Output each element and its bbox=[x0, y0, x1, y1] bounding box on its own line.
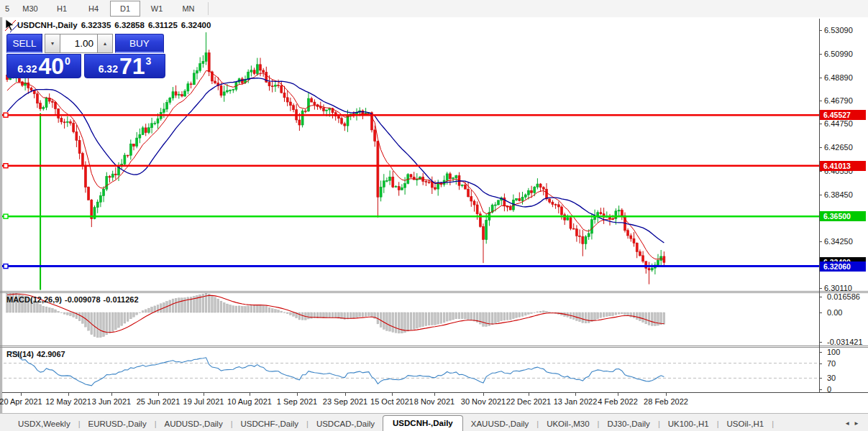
date-label: 12 May 2021 bbox=[45, 397, 91, 406]
date-tick bbox=[434, 393, 435, 396]
axis-tick bbox=[819, 101, 822, 101]
date-tick bbox=[575, 393, 576, 396]
pane-splitter[interactable] bbox=[0, 346, 868, 346]
symbol-tab-uk100[interactable]: UK100-,H1 bbox=[660, 417, 717, 431]
pane-splitter[interactable] bbox=[0, 347, 868, 348]
timeframe-toolbar: 5M30H1H4D1W1MN bbox=[0, 0, 868, 18]
date-label: 1 Sep 2021 bbox=[277, 397, 317, 406]
timeframe-button-d1[interactable]: D1 bbox=[110, 1, 140, 17]
volume-increase-button[interactable]: ▴ bbox=[97, 34, 113, 53]
macd-value-main: -0.009078 bbox=[65, 295, 101, 304]
volume-input[interactable]: 1.00 bbox=[60, 34, 97, 53]
macd-value-signal: -0.011262 bbox=[104, 295, 139, 304]
macd-label: MACD(12,26,9)-0.009078-0.011262 bbox=[6, 295, 142, 304]
price-axis-label: 6.46790 bbox=[824, 96, 853, 105]
rsi-axis-label: 30 bbox=[827, 374, 836, 382]
rsi-axis-label: 100 bbox=[827, 348, 840, 356]
sell-price-sup: 0 bbox=[65, 55, 70, 67]
pane-splitter[interactable] bbox=[0, 291, 868, 292]
price-axis-label: 6.48890 bbox=[824, 73, 853, 82]
rsi-indicator-canvas[interactable] bbox=[2, 348, 819, 392]
date-label: 13 Jan 2022 bbox=[554, 397, 598, 406]
axis-tick bbox=[819, 352, 822, 353]
symbol-tab-dj30[interactable]: DJ30-,Daily bbox=[599, 417, 657, 431]
price-axis-label: 6.30110 bbox=[824, 284, 852, 292]
sell-button[interactable]: SELL bbox=[6, 34, 42, 53]
price-axis-label: 6.34250 bbox=[824, 237, 853, 246]
axis-tick bbox=[819, 195, 822, 195]
rsi-label: RSI(14)42.9067 bbox=[6, 350, 68, 358]
date-label: 22 Dec 2021 bbox=[506, 397, 551, 406]
price-axis-label: 6.53090 bbox=[824, 26, 853, 34]
line-price-badge: 6.45527 bbox=[820, 110, 866, 120]
axis-tick bbox=[819, 241, 822, 242]
buy-price-display[interactable]: 6.32713 bbox=[84, 54, 165, 78]
line-price-badge: 6.32060 bbox=[820, 261, 866, 272]
date-tick bbox=[483, 393, 484, 396]
date-tick bbox=[529, 393, 529, 396]
axis-tick bbox=[819, 124, 822, 124]
timeframe-button-m30[interactable]: M30 bbox=[15, 1, 45, 17]
symbol-tab-audusd[interactable]: AUDUSD-,Daily bbox=[157, 417, 231, 431]
rsi-value: 42.9067 bbox=[37, 350, 65, 358]
tab-scroll-right-icon[interactable]: ► bbox=[854, 420, 863, 427]
symbol-tab-usdchf[interactable]: USDCHF-,Daily bbox=[233, 417, 307, 431]
timeframe-button-h4[interactable]: H4 bbox=[78, 1, 109, 17]
axis-tick bbox=[819, 288, 822, 289]
time-axis-line bbox=[2, 392, 868, 393]
timeframe-button-mn[interactable]: MN bbox=[173, 1, 204, 17]
date-label: 19 Jul 2021 bbox=[183, 397, 224, 406]
axis-tick bbox=[819, 297, 822, 297]
date-tick bbox=[345, 393, 346, 396]
symbol-tab-usdx[interactable]: USDX,Weekly bbox=[10, 417, 78, 431]
buy-price-big: 71 bbox=[119, 55, 145, 77]
buy-price-prefix: 6.32 bbox=[99, 63, 118, 75]
timeframe-button-5[interactable]: 5 bbox=[1, 1, 14, 17]
price-axis-label: 6.38450 bbox=[824, 190, 853, 199]
axis-tick bbox=[819, 30, 822, 31]
buy-button[interactable]: BUY bbox=[115, 34, 164, 53]
macd-axis-label: -0.031421 bbox=[827, 338, 863, 346]
date-tick bbox=[158, 393, 159, 396]
rsi-axis-label: 0 bbox=[827, 385, 831, 394]
date-tick bbox=[21, 393, 22, 396]
date-label: 28 Feb 2022 bbox=[644, 397, 688, 406]
macd-axis-label: 0.00 bbox=[827, 308, 842, 317]
timeframe-button-w1[interactable]: W1 bbox=[142, 1, 172, 17]
date-label: 15 Oct 2021 bbox=[370, 397, 414, 406]
sell-price-display[interactable]: 6.32400 bbox=[6, 54, 81, 78]
symbol-tab-eurusd[interactable]: EURUSD-,Daily bbox=[81, 417, 155, 431]
cursor-arrow-icon bbox=[4, 19, 19, 33]
price-axis-line bbox=[819, 19, 820, 392]
price-axis-label: 6.42650 bbox=[824, 143, 853, 152]
macd-axis-label: 0.016586 bbox=[827, 292, 860, 301]
symbol-tab-usdcnh[interactable]: USDCNH-,Daily bbox=[383, 415, 463, 431]
buy-price-sup: 3 bbox=[146, 55, 152, 67]
axis-tick bbox=[819, 171, 822, 172]
date-tick bbox=[111, 393, 112, 396]
toolbar-separator bbox=[208, 2, 209, 15]
symbol-tab-ukoil[interactable]: UKOil-,M30 bbox=[539, 417, 597, 431]
rsi-name: RSI(14) bbox=[6, 350, 34, 358]
axis-tick bbox=[819, 78, 822, 78]
volume-decrease-button[interactable]: ▾ bbox=[45, 34, 60, 53]
date-tick bbox=[297, 393, 298, 396]
symbol-tab-xauusd[interactable]: XAUUSD-,Daily bbox=[463, 417, 537, 431]
date-tick bbox=[68, 393, 69, 396]
axis-tick bbox=[819, 54, 822, 55]
price-axis-label: 6.44750 bbox=[824, 119, 853, 128]
symbol-tab-usoil[interactable]: USOil-,H1 bbox=[718, 417, 772, 431]
date-tick bbox=[666, 393, 667, 396]
date-label: 23 Sep 2021 bbox=[323, 397, 367, 406]
pane-splitter[interactable] bbox=[0, 292, 868, 293]
axis-tick bbox=[819, 363, 822, 364]
tab-scroll-left-icon[interactable]: ◄ bbox=[844, 420, 854, 427]
rsi-axis-label: 70 bbox=[827, 359, 836, 368]
timeframe-button-h1[interactable]: H1 bbox=[47, 1, 77, 17]
symbol-tab-usdcad[interactable]: USDCAD-,Daily bbox=[309, 417, 383, 431]
sell-price-big: 40 bbox=[38, 55, 64, 77]
date-label: 10 Aug 2021 bbox=[227, 397, 272, 406]
line-price-badge: 6.41013 bbox=[820, 161, 866, 171]
date-label: 4 Feb 2022 bbox=[598, 397, 638, 406]
date-label: 30 Nov 2021 bbox=[461, 397, 506, 406]
